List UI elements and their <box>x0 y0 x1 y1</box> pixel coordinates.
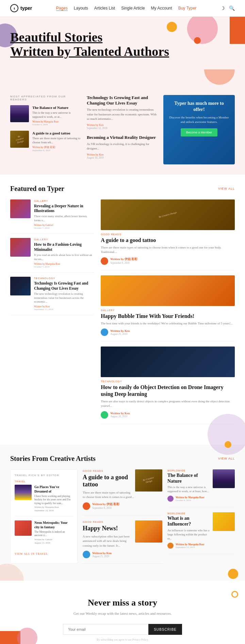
editor-article-2-excerpt: The Metropolis is indeed an ancient ci..… <box>34 530 73 537</box>
feat-right-1-author: Written by 伊姐 彩彩 <box>110 257 137 261</box>
right-story-2[interactable]: WORLDWIDE What is an Influencer? An infl… <box>167 512 235 554</box>
editor-article-1[interactable]: Go Places You've Dreamed of I have been … <box>15 485 73 516</box>
feat-left-2-img <box>10 238 31 257</box>
editor-article-2-date: August 15, 2019 <box>34 542 73 544</box>
feat-left-2-date: October 7, 2019 <box>34 265 94 268</box>
promo-box: Typer has much more to offer! Discover t… <box>163 95 235 164</box>
appreciated-article-1[interactable]: The Balance of Nature This is the way a … <box>10 105 82 126</box>
moon-icon[interactable]: ☽ <box>220 5 225 11</box>
editor-article-1-img <box>15 485 32 500</box>
promo-btn[interactable]: Become a Member <box>181 128 217 136</box>
stories-grid: TRAVEL PICK'S BY EDITOR TRAVEL Go Places… <box>10 469 235 564</box>
feat-left-3-img <box>10 277 31 295</box>
appreciated-article-2[interactable]: A guide to a good tattoo There are three… <box>10 131 82 152</box>
appreciated-left: MOST APPRECIATED FROM OUR READERS The Ba… <box>10 95 82 164</box>
article-2-title: A guide to a good tattoo <box>32 131 82 135</box>
middle-story-1[interactable]: GOOD READS A guide to a good tattoo Ther… <box>83 469 162 515</box>
newsletter-subscribe-btn[interactable]: SUBSCRIBE <box>148 624 182 635</box>
feat-right-2-avatar <box>101 328 108 336</box>
middle-story-2-avatar <box>83 551 90 558</box>
editor-article-2-meta: Written by Gabriel <box>34 538 73 541</box>
feat-left-2-cat: GALLERY <box>34 238 94 241</box>
feat-right-3-title: How to easily do Object Detection on Dro… <box>101 384 235 397</box>
middle-story-1-author: Written by 伊姐 彩彩 <box>92 502 119 506</box>
middle-story-1-date: September 8, 2019 <box>92 506 119 510</box>
section-divider <box>0 434 245 445</box>
article-1-author: Written by Marquita Rust <box>32 120 82 123</box>
feat-right-1[interactable]: GOOD READS A guide to a good tattoo Ther… <box>101 199 235 270</box>
newsletter-section: Never miss a story Get our Weekly recap … <box>0 581 245 644</box>
newsletter-email-input[interactable] <box>63 624 148 635</box>
right-story-2-author: Written by Marquita Rust <box>176 543 205 546</box>
feat-right-2[interactable]: GALLERY Happy Bubble Time With Your Frie… <box>101 275 235 342</box>
middle-story-1-excerpt: There are three main types of tattooing … <box>83 490 162 500</box>
feat-left-3[interactable]: TECHNOLOGY Technology Is Growing Fast an… <box>10 277 94 316</box>
newsletter-legal: By subscribing you agree to our Privacy … <box>10 638 235 641</box>
feat-left-1-date: October 7, 2019 <box>34 227 94 229</box>
middle-story-2-date: August 25, 2019 <box>92 555 112 558</box>
middle-story-1-img <box>135 469 162 492</box>
feat-right-2-excerpt: The best time with your friends is the w… <box>101 321 235 326</box>
right-story-2-avatar <box>167 543 174 549</box>
stories-header: Stories From Creative Artists VIEW ALL <box>10 455 235 463</box>
nav-my-account[interactable]: My Account <box>151 6 172 11</box>
feat-right-1-img <box>101 199 235 230</box>
hero-section: Beautiful Stories Written by Talented Au… <box>0 17 245 92</box>
feat-right-1-cat: GOOD READS <box>101 233 235 236</box>
nav-layouts[interactable]: Layouts <box>74 6 88 11</box>
featured-header: Featured on Typer VIEW ALL <box>10 185 235 193</box>
promo-body: Discover the benefits when becoming a Me… <box>169 115 229 124</box>
editor-card: TRAVEL PICK'S BY EDITOR TRAVEL Go Places… <box>10 469 78 564</box>
stories-section: Stories From Creative Artists VIEW ALL T… <box>0 445 245 574</box>
article-1-image <box>10 105 29 122</box>
feat-right-2-cat: GALLERY <box>101 309 235 312</box>
feat-right-1-title: A guide to a good tattoo <box>101 237 235 243</box>
newsletter-title: Never miss a story <box>10 598 235 608</box>
featured-section: Featured on Typer VIEW ALL GALLERY Revea… <box>0 175 245 434</box>
feat-left-1-excerpt: There exist many similar, albeit lesser … <box>34 214 94 223</box>
editor-article-2[interactable]: Neon Metropolis: Your city in fantasy Th… <box>15 520 73 548</box>
right-story-1-avatar <box>167 496 174 502</box>
feat-right-3[interactable]: TECHNOLOGY How to easily do Object Detec… <box>101 347 235 424</box>
mid-article-2[interactable]: Becoming a Virtual Reality Designer As V… <box>87 135 158 159</box>
nav-articles-list[interactable]: Articles List <box>94 6 115 11</box>
newsletter-subtitle: Get our Weekly recap with the latest new… <box>10 611 235 615</box>
mid-article-1[interactable]: Technology Is Growing Fast and Changing … <box>87 95 158 130</box>
deco-small-orange <box>194 37 201 44</box>
mid-article-1-meta: Written by Ken September 12, 2019 <box>87 124 158 130</box>
feat-right-3-author: Written by Ken <box>110 412 130 415</box>
newsletter-form: SUBSCRIBE <box>63 624 182 635</box>
deco-semi-circle <box>204 69 235 85</box>
article-2-excerpt: There are three main types of tattooing … <box>32 136 82 145</box>
stories-view-all[interactable]: VIEW ALL <box>218 457 235 460</box>
right-story-2-excerpt: An influencer is someone who has a large… <box>167 529 210 541</box>
feat-right-3-excerpt: There are also ways to easily detect obj… <box>101 399 235 408</box>
right-story-1-img <box>213 469 235 488</box>
nav-pages[interactable]: Pages <box>56 6 68 11</box>
feat-left-2-author: Written by Marquita Rust <box>34 262 94 265</box>
middle-story-2-img <box>135 520 162 543</box>
nav-buy-typer[interactable]: Buy Typer <box>178 6 197 11</box>
article-1-date: October 6, 2019 <box>32 123 82 126</box>
right-story-1[interactable]: WORLDWIDE The Balance of Nature This is … <box>167 469 235 507</box>
deco-nl-circle <box>231 591 238 598</box>
feat-left-2[interactable]: GALLERY How to Be a Fashion-Loving Minim… <box>10 238 94 273</box>
right-story-1-title: The Balance of Nature <box>167 473 210 484</box>
editor-label: TRAVEL PICK'S BY EDITOR <box>15 474 73 477</box>
logo[interactable]: t typer <box>10 4 32 12</box>
right-story-2-img <box>213 512 235 531</box>
mid-article-1-excerpt: The new technology revolution is creatin… <box>87 108 158 122</box>
feat-left-3-date: September 13, 2019 <box>34 308 94 311</box>
editor-article-1-meta: Written by Marquita Rust <box>34 506 73 509</box>
feat-left-1[interactable]: GALLERY Revealing a Deeper Nature in Ill… <box>10 199 94 234</box>
search-icon[interactable]: 🔍 <box>229 5 235 11</box>
middle-story-2[interactable]: GOOD READS Happy News! A new subscriptio… <box>83 520 162 564</box>
logo-icon: t <box>10 4 18 12</box>
right-story-1-author: Written by Marquita Rust <box>176 496 205 499</box>
editor-view-all[interactable]: VIEW ALL IN TRAVEL <box>15 552 73 556</box>
feat-right-3-cat: TECHNOLOGY <box>101 380 235 383</box>
editor-article-1-date: September 14, 2019 <box>34 509 73 512</box>
featured-view-all[interactable]: VIEW ALL <box>218 187 235 190</box>
nav-single-article[interactable]: Single Article <box>121 6 145 11</box>
deco-right-orange <box>228 569 238 579</box>
